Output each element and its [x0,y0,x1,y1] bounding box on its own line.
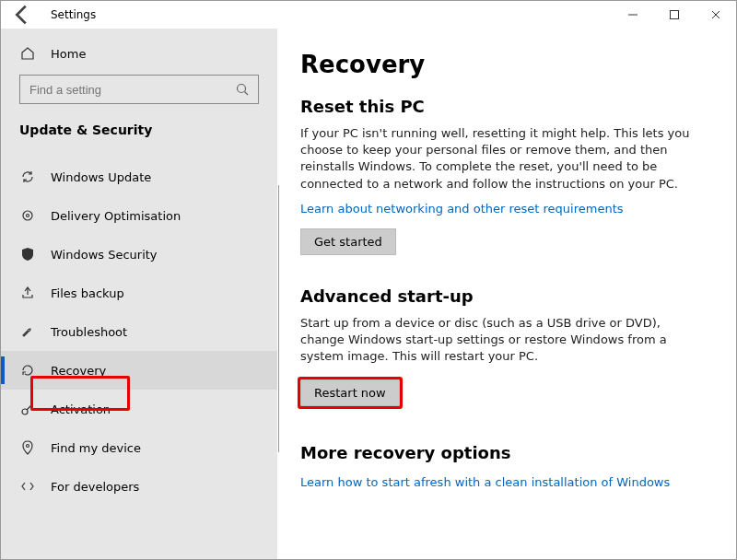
location-icon [19,439,36,456]
clean-install-link[interactable]: Learn how to start afresh with a clean i… [300,475,670,489]
close-button[interactable] [695,1,736,29]
sidebar-item-label: For developers [51,480,139,494]
sidebar-item-for-developers[interactable]: For developers [1,467,277,506]
restart-now-button[interactable]: Restart now [300,379,400,406]
sidebar: Home Update & Security Windows Update De… [1,29,277,559]
svg-point-7 [27,215,29,217]
svg-line-5 [245,92,249,96]
sidebar-item-files-backup[interactable]: Files backup [1,274,277,312]
sidebar-item-windows-security[interactable]: Windows Security [1,235,277,274]
sidebar-item-activation[interactable]: Activation [1,390,277,428]
svg-rect-1 [670,11,678,19]
sidebar-item-find-my-device[interactable]: Find my device [1,428,277,467]
svg-point-6 [23,211,32,220]
delivery-icon [19,207,36,224]
svg-point-4 [238,85,246,93]
minimize-button[interactable] [612,1,653,29]
get-started-button[interactable]: Get started [300,228,396,255]
sidebar-item-recovery[interactable]: Recovery [1,351,277,390]
reset-requirements-link[interactable]: Learn about networking and other reset r… [300,202,624,216]
wrench-icon [19,323,36,340]
advanced-startup-heading: Advanced start-up [300,286,708,306]
sidebar-item-label: Recovery [51,364,106,378]
key-icon [19,401,36,417]
recovery-icon [19,362,36,379]
advanced-startup-body: Start up from a device or disc (such as … [300,315,696,366]
sidebar-item-label: Activation [51,402,111,416]
sidebar-item-label: Delivery Optimisation [51,209,181,223]
sidebar-item-delivery-optimisation[interactable]: Delivery Optimisation [1,196,277,235]
backup-icon [19,285,36,301]
reset-pc-body: If your PC isn't running well, resetting… [300,125,696,192]
sidebar-section-header: Update & Security [1,115,277,146]
search-icon [234,81,251,98]
code-icon [19,478,36,495]
title-bar: Settings [1,1,736,29]
sidebar-item-label: Find my device [51,441,141,455]
window-title: Settings [51,8,96,21]
sidebar-home-label: Home [51,47,86,61]
sidebar-nav-list: Windows Update Delivery Optimisation Win… [1,158,277,506]
sidebar-item-home[interactable]: Home [1,41,277,71]
content-pane: Recovery Reset this PC If your PC isn't … [277,29,736,559]
reset-pc-heading: Reset this PC [300,97,708,116]
search-input[interactable] [28,82,234,98]
sidebar-item-label: Files backup [51,286,124,300]
back-icon[interactable] [8,1,36,29]
scroll-indicator [278,185,279,452]
sync-icon [19,169,36,185]
shield-icon [19,246,36,262]
more-recovery-heading: More recovery options [300,443,708,462]
home-icon [19,45,36,62]
page-title: Recovery [300,51,708,78]
sidebar-item-label: Windows Security [51,248,158,262]
sidebar-item-label: Troubleshoot [51,325,127,339]
sidebar-item-windows-update[interactable]: Windows Update [1,158,277,196]
sidebar-item-label: Windows Update [51,170,151,184]
sidebar-item-troubleshoot[interactable]: Troubleshoot [1,312,277,351]
search-box[interactable] [19,75,259,104]
maximize-button[interactable] [653,1,695,29]
svg-point-9 [27,445,29,448]
